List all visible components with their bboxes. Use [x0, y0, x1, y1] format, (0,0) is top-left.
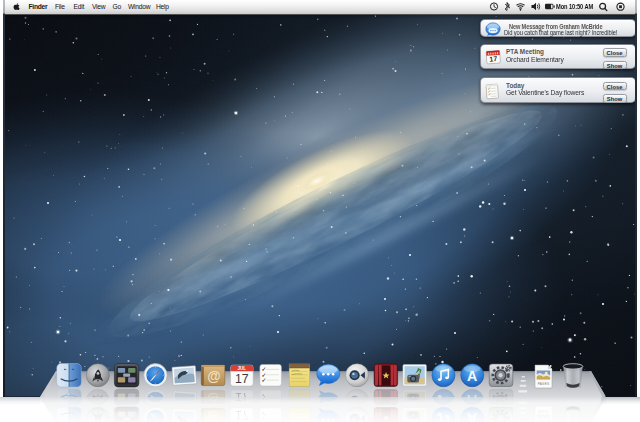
svg-text:17: 17: [489, 55, 497, 63]
svg-text:PAGES: PAGES: [538, 382, 550, 386]
svg-text:JUL: JUL: [238, 366, 247, 371]
svg-text:@: @: [207, 369, 220, 384]
svg-text:17: 17: [235, 372, 249, 386]
svg-text:17: 17: [235, 390, 249, 397]
svg-text:✓: ✓: [262, 377, 267, 383]
svg-text:✓: ✓: [488, 91, 492, 96]
